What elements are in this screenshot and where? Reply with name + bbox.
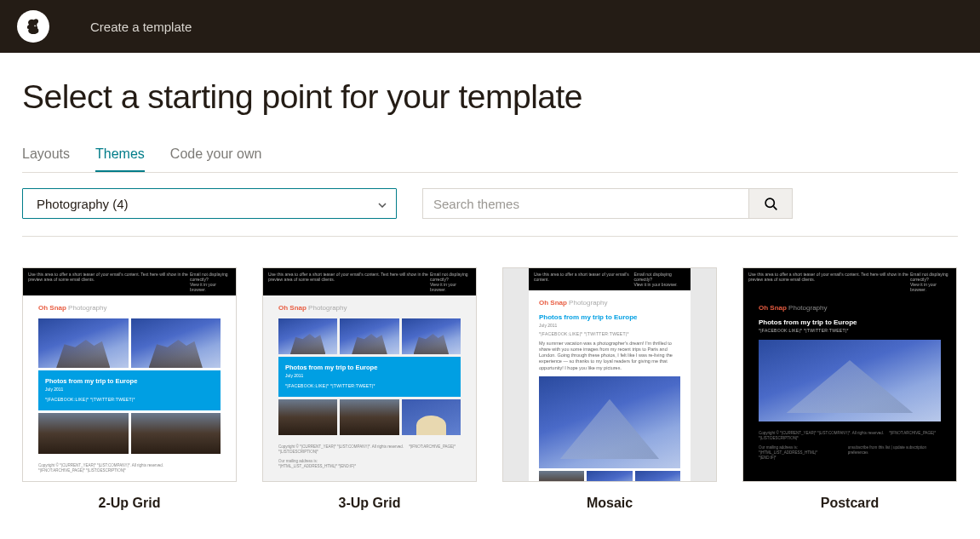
theme-card-2up-grid[interactable]: Use this area to offer a short teaser of… xyxy=(22,267,237,511)
theme-thumbnail: Use this area to offer a short teaser of… xyxy=(262,267,477,482)
tabs: Layouts Themes Code your own xyxy=(22,146,958,173)
topbar-title: Create a template xyxy=(90,20,192,34)
theme-thumbnail: Use this area to offer a short teaser of… xyxy=(742,267,957,482)
theme-label: 3-Up Grid xyxy=(262,496,477,511)
search-button[interactable] xyxy=(748,188,793,219)
svg-point-2 xyxy=(37,25,38,26)
theme-label: 2-Up Grid xyxy=(22,496,237,511)
theme-card-postcard[interactable]: Use this area to offer a short teaser of… xyxy=(742,267,957,511)
filter-row: Photography (4) xyxy=(22,188,958,237)
tab-themes[interactable]: Themes xyxy=(95,146,145,172)
topbar: Create a template xyxy=(0,0,980,53)
theme-card-3up-grid[interactable]: Use this area to offer a short teaser of… xyxy=(262,267,477,511)
theme-thumbnail: Use this area to offer a short teaser of… xyxy=(502,267,717,482)
search-icon xyxy=(764,197,778,211)
svg-line-4 xyxy=(773,206,777,209)
category-select[interactable]: Photography (4) xyxy=(22,188,397,219)
theme-label: Postcard xyxy=(742,496,957,511)
svg-point-3 xyxy=(765,198,774,207)
svg-point-1 xyxy=(34,25,36,26)
search-wrap xyxy=(422,188,793,219)
theme-card-mosaic[interactable]: Use this area to offer a short teaser of… xyxy=(502,267,717,511)
themes-grid: Use this area to offer a short teaser of… xyxy=(22,267,958,511)
page-content: Select a starting point for your templat… xyxy=(0,53,980,539)
search-input[interactable] xyxy=(422,188,748,219)
page-title: Select a starting point for your templat… xyxy=(22,78,958,116)
theme-label: Mosaic xyxy=(502,496,717,511)
monkey-icon xyxy=(21,14,45,38)
category-select-wrap: Photography (4) xyxy=(22,188,397,219)
tab-layouts[interactable]: Layouts xyxy=(22,146,70,172)
tab-code-your-own[interactable]: Code your own xyxy=(170,146,262,172)
theme-thumbnail: Use this area to offer a short teaser of… xyxy=(22,267,237,482)
mailchimp-logo[interactable] xyxy=(17,10,49,43)
